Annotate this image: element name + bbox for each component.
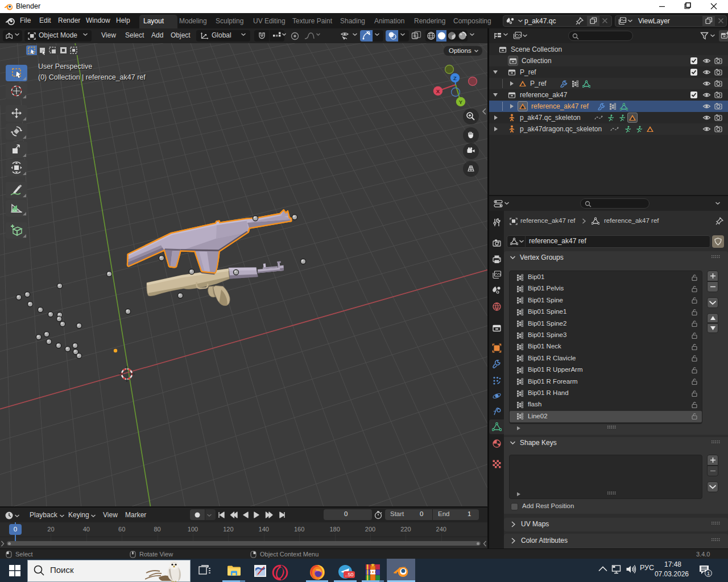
svg-text:Y: Y [459, 99, 463, 105]
svg-text:Z: Z [453, 75, 457, 81]
svg-text:X: X [436, 88, 440, 94]
